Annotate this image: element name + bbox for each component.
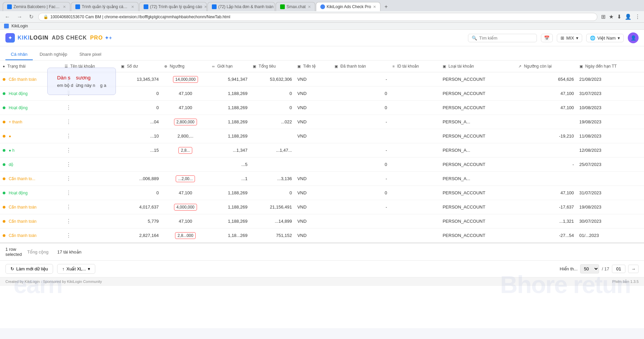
calendar-button[interactable]: 📅 xyxy=(541,34,553,42)
more-button[interactable]: ⋮ xyxy=(65,217,73,225)
show-label: Hiển th... xyxy=(560,266,578,271)
tab-ads2[interactable]: (72) Trình quản lý quảng cáo ✕ xyxy=(139,2,207,11)
col-ten-tai-khoan[interactable]: ☰ Tên tài khoản xyxy=(62,60,118,72)
profile-icon[interactable]: 👤 xyxy=(624,13,633,21)
status-label: Cần thanh toán xyxy=(9,233,36,238)
tab-close-icon[interactable]: ✕ xyxy=(131,5,134,9)
search-input[interactable] xyxy=(479,35,533,41)
cell-remaining xyxy=(516,115,576,129)
status-dot xyxy=(3,234,5,237)
col-tong-tieu[interactable]: ▣ Tổng tiêu xyxy=(250,60,295,72)
col-da-thanh-toan[interactable]: ▣ Đã thanh toán xyxy=(332,60,390,72)
tab-doanh-nghiep[interactable]: Doanh nghiệp xyxy=(34,49,73,60)
refresh-icon: ↻ xyxy=(10,266,14,271)
bookmarks-bar: KikiLogin xyxy=(0,23,644,30)
more-button[interactable]: ⋮ xyxy=(65,189,73,197)
col-ngay-den-han[interactable]: ▣ Ngày đến hạn TT xyxy=(577,60,644,72)
tab-facebook[interactable]: Zemira Balcobero | Facebook ✕ xyxy=(3,2,70,11)
col-loai-tai-khoan-label: Loại tài khoản xyxy=(448,64,474,69)
cell-threshold: 47,100 xyxy=(162,101,209,115)
col-gioi-han-label: Giới hạn xyxy=(217,64,232,69)
table-body: Cần thanh toán ⋮ 13,345,374 14,000,000 5… xyxy=(0,72,644,243)
cell-name: ⋮ xyxy=(62,228,118,243)
cell-limit: ...5 xyxy=(209,158,250,172)
cell-status: Hoạt động xyxy=(0,101,62,115)
more-button[interactable]: ⋮ xyxy=(65,75,73,83)
col-gioi-han[interactable]: ∞ Giới hạn xyxy=(209,60,250,72)
col-tien-te[interactable]: ▣ Tiền tệ xyxy=(295,60,332,72)
app-container: ✦ KIKILOGIN ADS CHECK PRO ✦+ 🔍 📅 ⊞ MIX ▾ xyxy=(0,30,644,328)
cell-total: ...14,899 xyxy=(250,214,295,228)
tab-ca-nhan[interactable]: Cá nhân xyxy=(5,49,33,60)
cell-name: ⋮ xyxy=(62,129,118,143)
export-button[interactable]: ↑ Xuất XL... ▾ xyxy=(57,264,95,274)
avatar[interactable]: 👤 xyxy=(628,32,639,43)
back-button[interactable]: ← xyxy=(3,13,12,21)
cell-limit: 1,188,269 xyxy=(209,214,250,228)
tab-smax[interactable]: Smax.chat ✕ xyxy=(276,2,315,11)
col-nguong-con-lai[interactable]: ↗ Ngưỡng còn lại xyxy=(516,60,576,72)
col-so-du[interactable]: ▣ Số dư xyxy=(118,60,162,72)
next-page-button[interactable]: → xyxy=(628,265,639,273)
col-id-tai-khoan[interactable]: ≡ ID tài khoản xyxy=(390,60,440,72)
more-button[interactable]: ⋮ xyxy=(65,104,73,112)
tab-ads1[interactable]: Trình quản lý quảng cáo - Qu... ✕ xyxy=(71,2,139,11)
col-icon: ⊕ xyxy=(164,64,167,68)
cell-account-type: PERSON_ACCOUNT xyxy=(440,228,516,243)
forward-button[interactable]: → xyxy=(15,13,24,21)
table-row: Cần thanh to... ⋮ ...006,889 ...2,00... … xyxy=(0,172,644,186)
more-button[interactable]: ⋮ xyxy=(65,132,73,140)
cell-name: ⋮ xyxy=(62,72,118,87)
col-loai-tai-khoan[interactable]: ▣ Loại tài khoản xyxy=(440,60,516,72)
more-button[interactable]: ⋮ xyxy=(65,90,73,97)
settings-icon[interactable]: ⋮ xyxy=(634,13,641,21)
more-button[interactable]: ⋮ xyxy=(65,175,73,183)
more-button[interactable]: ⋮ xyxy=(65,118,73,126)
tab-label: Trình quản lý quảng cáo - Qu... xyxy=(82,4,129,9)
status-dot xyxy=(3,135,5,138)
country-label: Việt Nam xyxy=(597,35,616,41)
col-trang-thai[interactable]: ● Trạng thái xyxy=(0,60,62,72)
col-id-tai-khoan-label: ID tài khoản xyxy=(397,64,419,69)
more-button[interactable]: ⋮ xyxy=(65,203,73,211)
cell-remaining xyxy=(516,172,576,186)
cell-account-id xyxy=(390,143,440,158)
export-label: Xuất XL... xyxy=(67,266,86,271)
cell-threshold: 2,8... xyxy=(162,143,209,158)
bookmark-label[interactable]: KikiLogin xyxy=(11,24,28,28)
tab-close-icon[interactable]: ✕ xyxy=(204,5,207,9)
reload-button[interactable]: ↻ xyxy=(27,13,35,21)
tab-close-icon[interactable]: ✕ xyxy=(308,5,311,9)
cell-total: 0 xyxy=(250,87,295,101)
tab-invoice[interactable]: (72) Lập hóa đơn & thanh toán ✕ xyxy=(207,2,275,11)
download-icon[interactable]: ⬇ xyxy=(616,13,622,21)
extensions-icon[interactable]: ⊞ xyxy=(600,13,606,21)
new-tab-button[interactable]: + xyxy=(381,2,391,11)
col-icon: ↗ xyxy=(518,64,521,68)
more-button[interactable]: ⋮ xyxy=(65,161,73,168)
cell-threshold: 2,8...000 xyxy=(162,228,209,243)
tab-close-icon[interactable]: ✕ xyxy=(373,5,376,9)
cell-due-date: 30/07/2023 xyxy=(577,214,644,228)
country-button[interactable]: 🌐 Việt Nam ▾ xyxy=(586,34,624,42)
cell-paid: - xyxy=(332,72,390,87)
page-size-select[interactable]: 50 100 xyxy=(580,264,599,273)
bookmark-icon[interactable]: ★ xyxy=(608,13,615,21)
more-button[interactable]: ⋮ xyxy=(65,232,73,239)
more-button[interactable]: ⋮ xyxy=(65,146,73,154)
threshold-value: ...2,00... xyxy=(176,175,195,182)
cell-status: ● h xyxy=(0,143,62,158)
cell-threshold xyxy=(162,158,209,172)
cell-balance: 0 xyxy=(118,186,162,200)
page-current-input[interactable] xyxy=(612,265,625,273)
col-nguong[interactable]: ⊕ Ngưỡng xyxy=(162,60,209,72)
tab-kikilogin[interactable]: KikiLogin Ads Check Pro ✕ xyxy=(316,2,380,11)
col-tong-tieu-label: Tổng tiêu xyxy=(259,64,276,69)
tab-close-icon[interactable]: ✕ xyxy=(63,5,66,9)
cell-limit: 1,188,269 xyxy=(209,200,250,214)
refresh-button[interactable]: ↻ Làm mới dữ liệu xyxy=(5,264,53,274)
tab-share-pixel[interactable]: Share pixel xyxy=(74,49,107,60)
address-bar[interactable]: 🔒 100040680153670 Cam BM | chrome-extens… xyxy=(38,13,597,21)
mix-button[interactable]: ⊞ MIX ▾ xyxy=(557,34,582,42)
table-header-row: ● Trạng thái ☰ Tên tài khoản ▣ Số dư ⊕ N… xyxy=(0,60,644,72)
